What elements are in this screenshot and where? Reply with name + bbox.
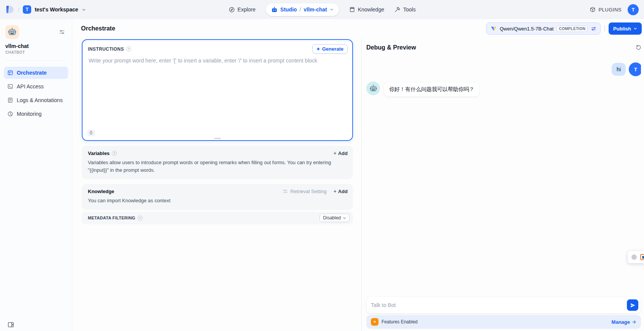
retrieval-sliders-icon <box>283 189 288 194</box>
app-settings-sliders-icon[interactable] <box>59 29 65 35</box>
orchestrate-config-panel: INSTRUCTIONS ? ✦ Generate Write your pro… <box>72 38 361 331</box>
knowledge-actions: Retrieval Setting + Add <box>283 188 348 194</box>
workspace-name[interactable]: test's Workspace <box>35 6 78 13</box>
nav-current-app-label: vllm-chat <box>304 6 327 13</box>
page-title: Orchestrate <box>81 25 115 32</box>
studio-breadcrumb-divider: / <box>299 6 301 13</box>
debug-header: Debug & Preview <box>362 38 644 51</box>
chat-bottom-area: ❝ Features Enabled Manage <box>366 297 641 329</box>
user-message-bubble: hi <box>612 63 626 76</box>
instructions-panel: INSTRUCTIONS ? ✦ Generate Write your pro… <box>82 39 353 141</box>
chevron-down-icon <box>343 216 346 220</box>
nav-explore[interactable]: Explore <box>228 6 255 13</box>
knowledge-section: Knowledge Retrieval Setting + Add <box>82 184 353 210</box>
knowledge-header: Knowledge Retrieval Setting + Add <box>82 184 353 197</box>
manage-label: Manage <box>612 319 630 325</box>
navbar-center: Explore Studio / vllm-chat Knowledge <box>228 3 415 16</box>
metadata-filtering-title: METADATA FILTERING ? <box>88 216 143 221</box>
nav-studio-label: Studio <box>280 6 297 13</box>
add-knowledge-button[interactable]: + Add <box>334 188 348 194</box>
variables-header: Variables ? + Add <box>82 146 353 159</box>
nav-knowledge-label: Knowledge <box>358 6 384 13</box>
nav-plugins[interactable]: PLUGINS <box>590 6 622 13</box>
arrow-right-icon <box>631 320 636 325</box>
content-columns: INSTRUCTIONS ? ✦ Generate Write your pro… <box>72 38 644 331</box>
sidebar-item-orchestrate[interactable]: Orchestrate <box>4 67 68 79</box>
book-icon <box>349 6 355 13</box>
model-selector[interactable]: Qwen/Qwen1.5-7B-Chat COMPLETION <box>486 22 601 35</box>
hammer-icon <box>394 6 401 13</box>
app-sidebar: vllm-chat CHATBOT Orchestrate API Access… <box>0 19 72 331</box>
variables-title: Variables ? <box>88 150 117 156</box>
retrieval-setting-button[interactable]: Retrieval Setting <box>283 189 326 194</box>
prompt-editor[interactable]: Write your prompt word here, enter '{' t… <box>83 55 352 125</box>
breadcrumb-divider: / <box>18 6 19 13</box>
info-icon[interactable]: ? <box>126 46 131 51</box>
send-button[interactable] <box>627 299 638 311</box>
orchestrate-grid-icon <box>7 70 13 76</box>
sparkle-icon: ✦ <box>316 46 320 52</box>
chat-input[interactable] <box>366 302 641 308</box>
sidebar-item-monitoring[interactable]: Monitoring <box>4 108 68 120</box>
sidebar-collapse-icon[interactable] <box>7 321 14 328</box>
chevron-down-icon[interactable] <box>330 8 334 11</box>
metadata-filtering-label: METADATA FILTERING <box>88 216 135 220</box>
nav-studio-active[interactable]: Studio / vllm-chat <box>266 3 339 16</box>
nav-knowledge[interactable]: Knowledge <box>349 6 384 13</box>
plus-icon: + <box>334 150 337 156</box>
restart-conversation-icon[interactable] <box>634 43 642 51</box>
robot-emoji-icon <box>369 85 377 93</box>
publish-button[interactable]: Publish <box>609 22 642 35</box>
sidebar-item-label: API Access <box>17 83 44 90</box>
vllm-logo-icon <box>490 26 497 32</box>
info-icon[interactable]: ? <box>112 151 117 156</box>
bot-message-bubble: 你好！有什么问题我可以帮助你吗？ <box>384 82 480 97</box>
chat-message-user: hi T <box>366 62 641 76</box>
sidebar-divider <box>5 60 67 61</box>
features-bar: ❝ Features Enabled Manage <box>366 315 641 329</box>
nav-tools[interactable]: Tools <box>394 6 416 13</box>
plus-icon: + <box>334 188 337 194</box>
variables-title-label: Variables <box>88 150 110 156</box>
bot-chat-avatar <box>366 82 380 95</box>
nav-explore-label: Explore <box>237 6 255 13</box>
knowledge-title: Knowledge <box>88 189 114 194</box>
nav-plugins-label: PLUGINS <box>598 7 622 13</box>
resize-handle[interactable] <box>214 138 221 139</box>
model-name: Qwen/Qwen1.5-7B-Chat <box>500 26 554 32</box>
header-divider <box>604 26 605 32</box>
dify-logo[interactable] <box>5 5 14 14</box>
debug-preview-panel: Debug & Preview hi T 你好！有什么问题我可以帮助你吗 <box>361 38 644 331</box>
widget-app-icon <box>640 254 644 260</box>
chat-message-list: hi T 你好！有什么问题我可以帮助你吗？ <box>366 57 641 294</box>
terminal-icon <box>7 83 13 90</box>
variables-section: Variables ? + Add Variables allow users … <box>82 146 353 179</box>
chevron-down-icon[interactable] <box>82 8 86 12</box>
top-navbar: / T test's Workspace Explore Studio / vl… <box>0 0 644 19</box>
sidebar-item-logs-annotations[interactable]: Logs & Annotations <box>4 94 68 106</box>
instructions-title: INSTRUCTIONS ? <box>88 46 131 52</box>
sidebar-item-api-access[interactable]: API Access <box>4 80 68 93</box>
metadata-filtering-dropdown[interactable]: Disabled <box>320 214 350 222</box>
generate-button[interactable]: ✦ Generate <box>312 44 348 54</box>
navbar-right: PLUGINS T <box>590 4 639 15</box>
prompt-editor-placeholder: Write your prompt word here, enter '{' t… <box>89 58 317 64</box>
manage-features-link[interactable]: Manage <box>612 319 636 325</box>
retrieval-setting-label: Retrieval Setting <box>290 189 326 194</box>
add-variable-button[interactable]: + Add <box>334 150 348 156</box>
app-screen: / T test's Workspace Explore Studio / vl… <box>0 0 644 331</box>
workspace-icon[interactable]: T <box>23 5 31 14</box>
user-avatar[interactable]: T <box>628 4 639 15</box>
sidebar-app-type-badge: CHATBOT <box>5 50 68 54</box>
debug-title: Debug & Preview <box>366 44 416 51</box>
widget-dot-icon <box>631 254 637 260</box>
model-params-sliders-icon[interactable] <box>591 26 596 32</box>
metadata-filtering-value: Disabled <box>323 215 341 221</box>
publish-label: Publish <box>613 26 631 32</box>
info-icon[interactable]: ? <box>138 216 143 221</box>
extension-overlay-widget[interactable] <box>628 251 644 263</box>
user-chat-avatar: T <box>629 62 641 76</box>
document-list-icon <box>7 97 13 103</box>
navbar-left: / T test's Workspace <box>5 5 86 14</box>
instructions-title-label: INSTRUCTIONS <box>88 46 124 52</box>
